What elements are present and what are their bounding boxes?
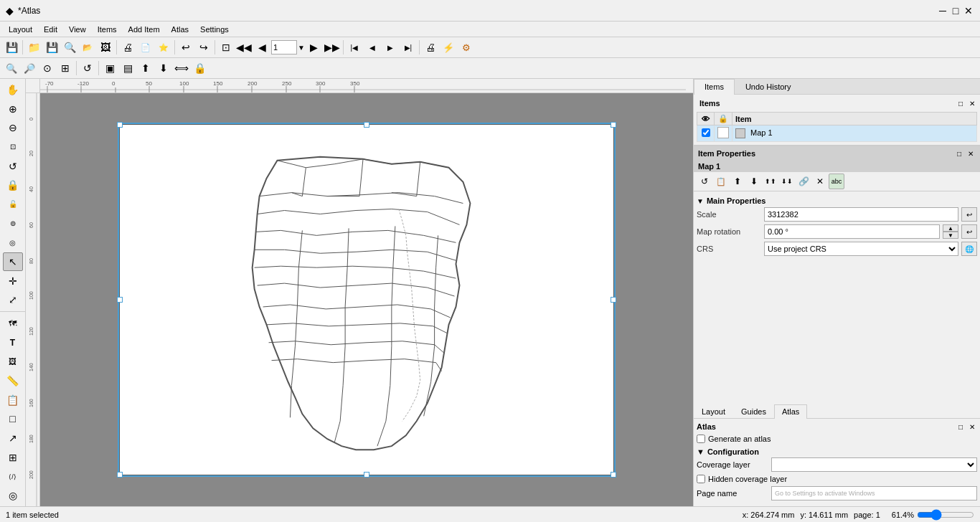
generate-atlas-checkbox[interactable] — [697, 435, 705, 443]
item-visible-check[interactable] — [697, 125, 715, 142]
add-shape-lt[interactable]: □ — [3, 410, 23, 429]
scale-set-button[interactable]: ↩ — [961, 207, 977, 222]
menu-view[interactable]: View — [63, 24, 92, 35]
pan-tool[interactable]: ✋ — [3, 80, 23, 99]
menu-atlas[interactable]: Atlas — [166, 24, 194, 35]
page-name-input[interactable] — [771, 486, 977, 500]
add-arrow-lt[interactable]: ↗ — [3, 429, 23, 447]
ungroup-items[interactable]: ▤ — [119, 60, 136, 77]
open2-button[interactable]: 📂 — [79, 39, 96, 56]
menu-edit[interactable]: Edit — [38, 24, 63, 35]
item-lock-check[interactable] — [715, 125, 732, 142]
zoom-layer-lt[interactable]: ⊚ — [3, 214, 23, 233]
canvas-area[interactable]: -70 -120 0 50 100 150 200 250 30 — [26, 79, 693, 506]
print-button[interactable]: 🖨 — [119, 39, 136, 56]
align-items[interactable]: ⟺ — [173, 60, 190, 77]
item-name-map1[interactable]: Map 1 — [732, 125, 977, 142]
refresh-lt[interactable]: ↺ — [3, 157, 23, 176]
menu-settings[interactable]: Settings — [194, 24, 235, 35]
tab-items[interactable]: Items — [694, 79, 735, 95]
prop-refresh-button[interactable]: ↺ — [697, 174, 712, 189]
add-html-lt[interactable]: ⟨/⟩ — [3, 468, 23, 486]
menu-layout[interactable]: Layout — [3, 24, 38, 35]
handle-bm[interactable] — [364, 472, 369, 478]
menu-add-item[interactable]: Add Item — [123, 24, 166, 35]
atlas-panel-close[interactable]: ✕ — [967, 422, 977, 432]
sub-tab-atlas[interactable]: Atlas — [774, 404, 807, 419]
export-pdf-button[interactable]: 📄 — [137, 39, 154, 56]
rotation-up-button[interactable]: ▲ — [943, 224, 958, 232]
prop-duplicate-button[interactable]: 📋 — [713, 174, 729, 189]
zoom-slider[interactable] — [917, 510, 974, 520]
properties-close-button[interactable]: ✕ — [966, 148, 976, 158]
add-scalebar-lt[interactable]: 📏 — [3, 371, 23, 390]
save2-button[interactable]: 💾 — [43, 39, 60, 56]
add-legend-lt[interactable]: 📋 — [3, 391, 23, 409]
zoom-out-tool[interactable]: 🔎 — [21, 60, 38, 77]
refresh-view[interactable]: ↺ — [79, 60, 96, 77]
add-map-lt[interactable]: 🗺 — [3, 314, 23, 333]
print-atlas-button[interactable]: 🖨 — [422, 39, 439, 56]
select-tool[interactable]: ↖ — [3, 252, 23, 271]
atlas-tool[interactable]: ◎ — [3, 486, 23, 505]
first-feature-button[interactable]: |◀ — [346, 39, 363, 56]
undo-button[interactable]: ↩ — [177, 39, 194, 56]
handle-ml[interactable] — [117, 297, 123, 303]
handle-bl[interactable] — [117, 472, 123, 478]
page-number-input[interactable] — [271, 40, 297, 54]
zoom-full-button[interactable]: ⊡ — [217, 39, 235, 56]
zoom-in-lt[interactable]: ⊕ — [3, 100, 23, 118]
prop-raise-button[interactable]: ⬆ — [730, 174, 745, 189]
main-properties-section[interactable]: ▼ Main Properties — [697, 194, 977, 207]
crs-select[interactable]: Use project CRS — [764, 242, 958, 256]
item-row-map1[interactable]: Map 1 — [697, 125, 977, 142]
last-feature-button[interactable]: ▶| — [400, 39, 417, 56]
prop-html-button[interactable]: abc — [829, 174, 844, 189]
zoom-to-extent[interactable]: ⊙ — [39, 60, 56, 77]
export-svg-button[interactable]: ⭐ — [155, 39, 172, 56]
zoom-to-selection[interactable]: ⊞ — [57, 60, 74, 77]
canvas-content[interactable] — [40, 93, 693, 506]
tab-undo-history[interactable]: Undo History — [735, 79, 802, 94]
add-table-lt[interactable]: ⊞ — [3, 448, 23, 467]
configuration-section[interactable]: ▼ Configuration — [697, 446, 977, 457]
lock-item[interactable]: 🔒 — [191, 60, 208, 77]
items-panel-float[interactable]: □ — [956, 98, 966, 108]
prev-feature-button[interactable]: ◀ — [364, 39, 381, 56]
lower-item[interactable]: ⬇ — [155, 60, 172, 77]
handle-tr[interactable] — [611, 122, 616, 128]
zoom-prev-page-button[interactable]: ◀◀ — [235, 39, 253, 56]
redo-button[interactable]: ↪ — [195, 39, 212, 56]
atlas-panel-float[interactable]: □ — [956, 422, 966, 432]
prop-delete-button[interactable]: ✕ — [812, 174, 828, 189]
crs-select-button[interactable]: 🌐 — [961, 242, 977, 256]
export-img-button[interactable]: 🖼 — [97, 39, 114, 56]
add-label-lt[interactable]: T — [3, 333, 23, 352]
prop-raise-top-button[interactable]: ⬆⬆ — [763, 174, 778, 189]
handle-mr[interactable] — [611, 297, 616, 303]
unlock-lt[interactable]: 🔓 — [3, 195, 23, 214]
zoom-next-button[interactable]: ▶ — [306, 39, 323, 56]
map-paper[interactable] — [119, 124, 614, 475]
resize-tool[interactable]: ⤢ — [3, 291, 23, 310]
sub-tab-guides[interactable]: Guides — [733, 404, 774, 418]
properties-float-button[interactable]: □ — [954, 148, 964, 158]
prop-lower-button[interactable]: ⬇ — [746, 174, 762, 189]
lock-lt[interactable]: 🔒 — [3, 176, 23, 194]
zoom-prev-button[interactable]: ◀ — [253, 39, 270, 56]
menu-items[interactable]: Items — [92, 24, 123, 35]
rotation-down-button[interactable]: ▼ — [943, 232, 958, 239]
scale-input[interactable] — [764, 207, 958, 222]
map-rotation-input[interactable] — [764, 224, 940, 239]
zoom-full-lt[interactable]: ⊡ — [3, 138, 23, 156]
prop-group-button[interactable]: 🔗 — [796, 174, 811, 189]
handle-br[interactable] — [611, 472, 616, 478]
zoom-next-page-button[interactable]: ▶▶ — [324, 39, 341, 56]
sub-tab-layout[interactable]: Layout — [694, 404, 733, 418]
close-button[interactable]: ✕ — [963, 5, 974, 16]
atlas-settings-button[interactable]: ⚙ — [458, 39, 475, 56]
zoom-feature-lt[interactable]: ◎ — [3, 234, 23, 252]
next-feature-button[interactable]: ▶ — [382, 39, 399, 56]
save-button[interactable]: 💾 — [3, 39, 20, 56]
items-panel-close[interactable]: ✕ — [967, 98, 977, 108]
